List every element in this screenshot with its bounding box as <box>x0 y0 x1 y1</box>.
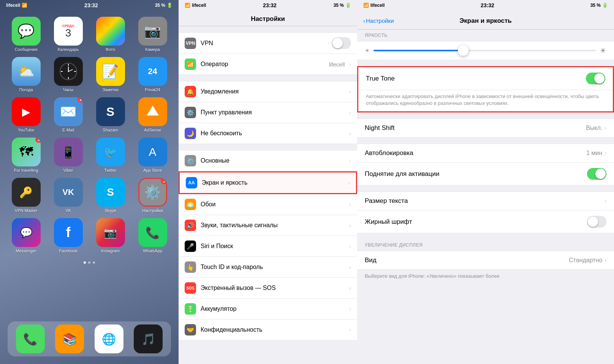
raise-lock-toggle[interactable] <box>587 168 606 180</box>
time-home: 23:32 <box>84 2 98 8</box>
app-facebook[interactable]: f Facebook <box>50 218 87 253</box>
vpn-toggle[interactable] <box>332 37 351 49</box>
brightness-control[interactable]: ☀ ☀ <box>357 41 614 60</box>
privacy-chevron: › <box>349 327 351 333</box>
settings-row-sounds[interactable]: 🔊 Звуки, тактильные сигналы › <box>179 215 357 236</box>
control-chevron: › <box>349 109 351 116</box>
dock-phone[interactable]: 📞 <box>16 324 45 353</box>
settings-row-sos[interactable]: SOS Экстренный вызов — SOS › <box>179 278 357 299</box>
app-vpnmaster[interactable]: 🔑 VPN Master <box>8 178 44 213</box>
bold-text-label: Жирный шрифт <box>365 218 587 226</box>
app-twitter[interactable]: 🐦 Twitter <box>92 138 129 173</box>
app-shazam[interactable]: S Shazam <box>92 97 129 132</box>
battery-chevron: › <box>349 306 351 312</box>
settings-row-wallpaper[interactable]: 🌅 Обои › <box>179 194 357 215</box>
settings-row-touchid[interactable]: 👆 Touch ID и код-пароль › <box>179 257 357 278</box>
app-messenger[interactable]: 💬 Messenger <box>8 218 44 253</box>
carrier-home: lifecell 📶 <box>6 3 27 8</box>
battery-home: 35 % 🔋 <box>155 3 172 8</box>
app-viber[interactable]: 📱 Viber <box>50 138 87 173</box>
app-whatsapp[interactable]: 📞 WhatsApp <box>134 218 171 253</box>
app-camera[interactable]: 📷 Камера <box>134 17 171 52</box>
general-chevron: › <box>349 158 351 164</box>
raise-lock-label: Поднятие для активации <box>365 170 587 178</box>
autolock-chevron: › <box>605 150 606 156</box>
settings-row-privacy[interactable]: 🤝 Конфиденциальность › <box>179 320 357 340</box>
settings-row-notifications[interactable]: 🔔 Уведомления › <box>179 81 357 102</box>
settings-row-dnd[interactable]: 🌙 Не беспокоить › <box>179 123 357 144</box>
dock-chrome[interactable]: 🌐 <box>95 324 123 353</box>
brightness-nav-bar: ‹ Настройки Экран и яркость <box>357 11 614 30</box>
privacy-icon: 🤝 <box>185 324 196 336</box>
touchid-icon: 👆 <box>185 261 196 273</box>
dock-music[interactable]: 🎵 <box>134 324 163 353</box>
settings-row-vpn[interactable]: VPN VPN <box>179 33 357 54</box>
dnd-chevron: › <box>349 130 351 136</box>
app-settings[interactable]: ⚙️ 1 Настройки <box>134 178 171 213</box>
view-label: Вид <box>365 256 569 264</box>
screen-chevron: › <box>348 180 350 186</box>
settings-title: Настройки <box>185 15 351 23</box>
brightness-slider-container[interactable] <box>373 50 596 51</box>
autolock-label: Автоблокировка <box>365 149 586 157</box>
app-email[interactable]: ✉️ 2 E-Mail <box>50 97 87 132</box>
app-grid: 💬 Сообщения Среда 3 Календарь Фото 📷 Кам… <box>0 11 179 259</box>
autolock-row[interactable]: Автоблокировка 1 мин › <box>357 144 614 163</box>
back-button[interactable]: ‹ Настройки <box>363 17 394 24</box>
text-size-row[interactable]: Размер текста › <box>357 192 614 210</box>
sounds-icon: 🔊 <box>185 220 196 231</box>
app-maps[interactable]: 1 🗺 For travelling <box>8 138 44 173</box>
time-brightness: 23:32 <box>481 2 494 8</box>
sos-chevron: › <box>349 285 351 291</box>
app-instagram[interactable]: 📷 Instagram <box>92 218 129 253</box>
night-shift-label: Night Shift <box>365 124 586 132</box>
display-zoom-section-label: УВЕЛИЧЕНИЕ ДИСПЛЕЯ <box>357 239 614 251</box>
raise-lock-row[interactable]: Поднятие для активации <box>357 163 614 185</box>
brightness-title: Экран и яркость <box>459 17 512 25</box>
app-messages[interactable]: 💬 Сообщения <box>8 17 44 52</box>
app-skype[interactable]: S Skype <box>92 178 129 213</box>
app-weather[interactable]: ⛅ Погода <box>8 57 44 92</box>
settings-row-general[interactable]: ⚙️ Основные › <box>179 150 357 171</box>
app-notes[interactable]: 📝 Заметки <box>92 57 129 92</box>
settings-row-battery[interactable]: 🔋 Аккумулятор › <box>179 299 357 320</box>
settings-row-siri[interactable]: 🎤 Siri и Поиск › <box>179 236 357 257</box>
night-shift-row[interactable]: Night Shift Выкл. › <box>357 119 614 137</box>
bold-text-row[interactable]: Жирный шрифт <box>357 210 614 233</box>
app-youtube[interactable]: ▶ YouTube <box>8 97 44 132</box>
settings-row-operator[interactable]: 📶 Оператор lifecell › <box>179 54 357 74</box>
app-vk[interactable]: VK VK <box>50 178 87 213</box>
page-indicator <box>0 261 179 264</box>
brightness-panel: 📶 lifecell 23:32 35 % 🔋 ‹ Настройки Экра… <box>357 0 614 364</box>
vpn-icon: VPN <box>185 38 196 49</box>
autolock-value: 1 мин <box>586 150 602 157</box>
status-bar-settings: 📶 lifecell 23:32 35 % 🔋 <box>179 0 357 11</box>
sos-icon: SOS <box>185 282 196 294</box>
app-adsense[interactable]: AdSense <box>134 97 171 132</box>
notifications-icon: 🔔 <box>185 86 196 97</box>
settings-row-control[interactable]: ⚙️ Пункт управления › <box>179 102 357 123</box>
true-tone-row[interactable]: True Tone <box>358 67 613 90</box>
dock-books[interactable]: 📚 <box>55 324 84 353</box>
settings-panel: 📶 lifecell 23:32 35 % 🔋 Настройки VPN VP… <box>179 0 357 364</box>
night-shift-value: Выкл. <box>586 125 602 131</box>
general-icon: ⚙️ <box>185 155 196 166</box>
true-tone-description: Автоматически адаптировать дисплей iPhon… <box>358 90 613 111</box>
touchid-chevron: › <box>349 264 351 270</box>
text-size-label: Размер текста <box>365 197 605 205</box>
view-row[interactable]: Вид Стандартно › <box>357 251 614 269</box>
app-appstore[interactable]: A App Store <box>134 138 171 173</box>
true-tone-toggle[interactable] <box>586 73 605 84</box>
app-privat24[interactable]: 24 Privat24 <box>134 57 171 92</box>
notifications-chevron: › <box>349 89 351 95</box>
settings-row-screen[interactable]: AA Экран и яркость › <box>179 171 357 194</box>
app-photos[interactable]: Фото <box>92 17 129 52</box>
control-icon: ⚙️ <box>185 107 196 118</box>
operator-chevron: › <box>349 61 351 67</box>
app-clock[interactable]: Часы <box>50 57 87 92</box>
night-shift-chevron: › <box>605 125 606 131</box>
bold-text-toggle[interactable] <box>587 216 606 228</box>
app-calendar[interactable]: Среда 3 Календарь <box>50 17 87 52</box>
settings-nav-bar: Настройки <box>179 11 357 26</box>
dock: 📞 📚 🌐 🎵 <box>8 321 171 356</box>
